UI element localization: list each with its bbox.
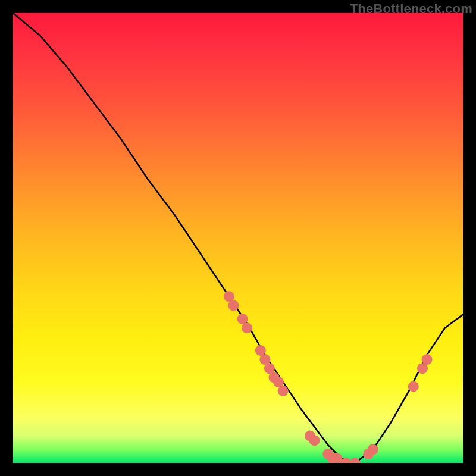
bottleneck-curve: [13, 13, 463, 463]
data-point: [228, 300, 239, 311]
chart-frame: [13, 13, 463, 463]
data-point: [309, 435, 320, 446]
data-point: [350, 458, 361, 463]
data-point: [408, 381, 419, 392]
chart-overlay: [13, 13, 463, 463]
data-point: [422, 354, 433, 365]
data-point: [278, 386, 289, 396]
data-point: [242, 322, 252, 333]
data-points: [224, 291, 433, 463]
data-point: [368, 444, 378, 455]
